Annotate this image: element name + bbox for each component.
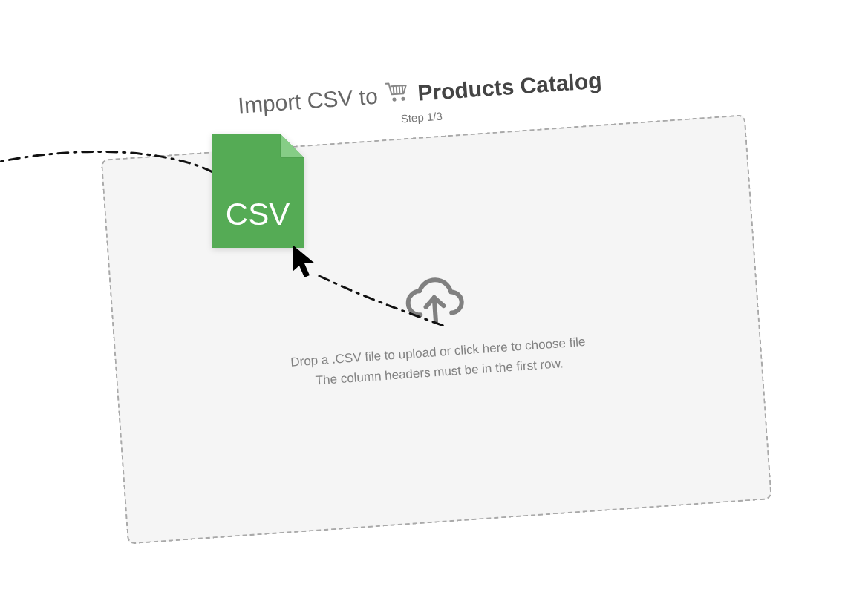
- dragged-csv-file[interactable]: CSV: [208, 130, 308, 252]
- svg-line-1: [396, 87, 397, 93]
- csv-file-label: CSV: [226, 197, 290, 231]
- svg-line-0: [393, 87, 394, 93]
- svg-line-2: [399, 87, 399, 93]
- shopping-cart-icon: [384, 80, 411, 109]
- cloud-upload-icon: [399, 275, 469, 331]
- svg-point-5: [401, 96, 405, 101]
- svg-line-3: [402, 86, 402, 92]
- mouse-cursor-icon: [290, 243, 319, 280]
- title-prefix-text: Import CSV to: [237, 83, 378, 118]
- csv-dropzone[interactable]: Drop a .CSV file to upload or click here…: [100, 114, 771, 544]
- svg-point-4: [392, 97, 397, 102]
